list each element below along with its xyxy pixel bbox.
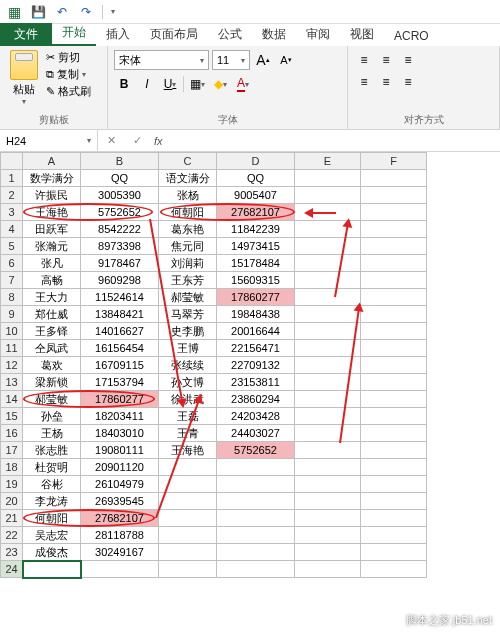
cell-F16[interactable]	[361, 425, 427, 442]
cell-A23[interactable]: 成俊杰	[23, 544, 81, 561]
cell-B23[interactable]: 30249167	[81, 544, 159, 561]
cell-B22[interactable]: 28118788	[81, 527, 159, 544]
cell-E2[interactable]	[295, 187, 361, 204]
italic-button[interactable]: I	[137, 74, 157, 94]
align-right-button[interactable]: ≡	[398, 72, 418, 92]
tab-insert[interactable]: 插入	[96, 23, 140, 46]
cell-C22[interactable]	[159, 527, 217, 544]
cell-B17[interactable]: 19080111	[81, 442, 159, 459]
row-header-17[interactable]: 17	[1, 442, 23, 459]
undo-icon[interactable]: ↶	[54, 4, 70, 20]
cell-D7[interactable]: 15609315	[217, 272, 295, 289]
cell-A2[interactable]: 许振民	[23, 187, 81, 204]
cell-A14[interactable]: 郝莹敏	[23, 391, 81, 408]
cell-F19[interactable]	[361, 476, 427, 493]
row-header-12[interactable]: 12	[1, 357, 23, 374]
column-header-E[interactable]: E	[295, 153, 361, 170]
cell-A22[interactable]: 吴志宏	[23, 527, 81, 544]
cell-E13[interactable]	[295, 374, 361, 391]
border-button[interactable]: ▦▾	[187, 74, 207, 94]
align-bottom-button[interactable]: ≡	[398, 50, 418, 70]
cell-A6[interactable]: 张凡	[23, 255, 81, 272]
cell-D1[interactable]: QQ	[217, 170, 295, 187]
cell-C6[interactable]: 刘润莉	[159, 255, 217, 272]
cell-F6[interactable]	[361, 255, 427, 272]
column-header-D[interactable]: D	[217, 153, 295, 170]
row-header-4[interactable]: 4	[1, 221, 23, 238]
cell-E17[interactable]	[295, 442, 361, 459]
cell-F3[interactable]	[361, 204, 427, 221]
cell-C1[interactable]: 语文满分	[159, 170, 217, 187]
cell-E10[interactable]	[295, 323, 361, 340]
format-brush-button[interactable]: ✎格式刷	[46, 84, 91, 99]
cell-C24[interactable]	[159, 561, 217, 578]
cell-F2[interactable]	[361, 187, 427, 204]
cell-E19[interactable]	[295, 476, 361, 493]
row-header-24[interactable]: 24	[1, 561, 23, 578]
cell-D3[interactable]: 27682107	[217, 204, 295, 221]
cell-A7[interactable]: 高畅	[23, 272, 81, 289]
cell-D5[interactable]: 14973415	[217, 238, 295, 255]
row-header-9[interactable]: 9	[1, 306, 23, 323]
cell-D20[interactable]	[217, 493, 295, 510]
cell-B11[interactable]: 16156454	[81, 340, 159, 357]
cell-D12[interactable]: 22709132	[217, 357, 295, 374]
tab-view[interactable]: 视图	[340, 23, 384, 46]
cell-B7[interactable]: 9609298	[81, 272, 159, 289]
cell-F4[interactable]	[361, 221, 427, 238]
align-left-button[interactable]: ≡	[354, 72, 374, 92]
font-color-button[interactable]: A▾	[233, 74, 253, 94]
cell-C7[interactable]: 王东芳	[159, 272, 217, 289]
tab-acro[interactable]: ACRO	[384, 26, 439, 46]
cell-F13[interactable]	[361, 374, 427, 391]
save-icon[interactable]: 💾	[30, 4, 46, 20]
row-header-18[interactable]: 18	[1, 459, 23, 476]
row-header-6[interactable]: 6	[1, 255, 23, 272]
fx-icon[interactable]: fx	[154, 135, 163, 147]
cell-C20[interactable]	[159, 493, 217, 510]
row-header-1[interactable]: 1	[1, 170, 23, 187]
cell-C15[interactable]: 王磊	[159, 408, 217, 425]
cell-A17[interactable]: 张志胜	[23, 442, 81, 459]
cell-A10[interactable]: 王多铎	[23, 323, 81, 340]
cell-E21[interactable]	[295, 510, 361, 527]
file-tab[interactable]: 文件	[0, 23, 52, 46]
column-header-F[interactable]: F	[361, 153, 427, 170]
row-header-3[interactable]: 3	[1, 204, 23, 221]
cut-button[interactable]: ✂剪切	[46, 50, 91, 65]
cell-F24[interactable]	[361, 561, 427, 578]
align-top-button[interactable]: ≡	[354, 50, 374, 70]
cell-B8[interactable]: 11524614	[81, 289, 159, 306]
row-header-10[interactable]: 10	[1, 323, 23, 340]
qat-customize-icon[interactable]: ▾	[111, 7, 115, 16]
cell-F9[interactable]	[361, 306, 427, 323]
decrease-font-button[interactable]: A▾	[276, 50, 296, 70]
cell-D23[interactable]	[217, 544, 295, 561]
row-header-13[interactable]: 13	[1, 374, 23, 391]
cell-F20[interactable]	[361, 493, 427, 510]
cell-B10[interactable]: 14016627	[81, 323, 159, 340]
row-header-7[interactable]: 7	[1, 272, 23, 289]
cell-A1[interactable]: 数学满分	[23, 170, 81, 187]
column-header-B[interactable]: B	[81, 153, 159, 170]
cell-E23[interactable]	[295, 544, 361, 561]
cell-E22[interactable]	[295, 527, 361, 544]
cell-C3[interactable]: 何朝阳	[159, 204, 217, 221]
cell-A19[interactable]: 谷彬	[23, 476, 81, 493]
tab-data[interactable]: 数据	[252, 23, 296, 46]
cell-B6[interactable]: 9178467	[81, 255, 159, 272]
cell-A9[interactable]: 郑仕威	[23, 306, 81, 323]
cell-E6[interactable]	[295, 255, 361, 272]
cell-A11[interactable]: 仝凤武	[23, 340, 81, 357]
row-header-23[interactable]: 23	[1, 544, 23, 561]
font-size-select[interactable]: 11▾	[212, 50, 250, 70]
cell-F12[interactable]	[361, 357, 427, 374]
cell-F17[interactable]	[361, 442, 427, 459]
paste-button[interactable]: 粘贴 ▾	[6, 50, 42, 106]
cell-C18[interactable]	[159, 459, 217, 476]
cell-A8[interactable]: 王大力	[23, 289, 81, 306]
cell-B21[interactable]: 27682107	[81, 510, 159, 527]
align-middle-button[interactable]: ≡	[376, 50, 396, 70]
cell-A13[interactable]: 梁新锁	[23, 374, 81, 391]
row-header-15[interactable]: 15	[1, 408, 23, 425]
